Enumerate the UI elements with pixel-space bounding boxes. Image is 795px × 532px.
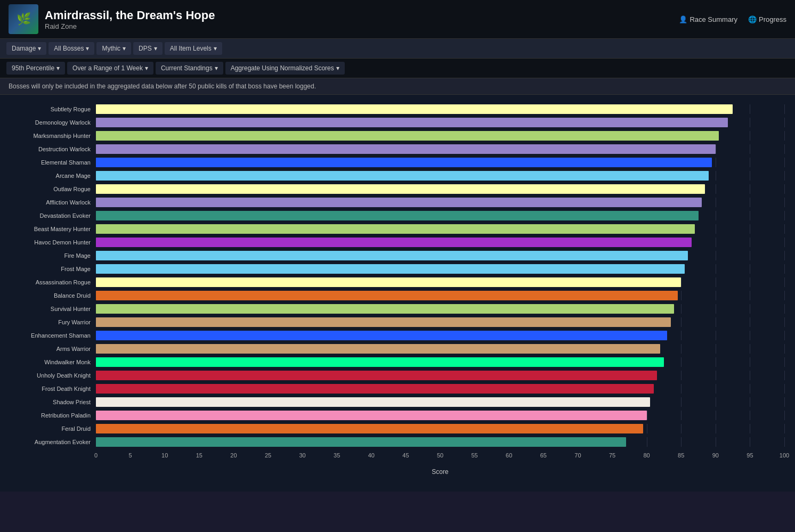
bar[interactable] [96, 224, 695, 234]
chart-container: Subtlety RogueDemonology WarlockMarksman… [0, 95, 795, 492]
x-tick-label: 35 [334, 452, 340, 459]
bar[interactable] [96, 291, 678, 300]
chevron-down-icon: ▾ [145, 64, 148, 72]
table-row: Havoc Demon Hunter [11, 236, 784, 248]
info-bar: Bosses will only be included in the aggr… [0, 78, 795, 95]
table-row: Fury Warrior [11, 316, 784, 328]
x-tick-label: 30 [299, 452, 305, 459]
table-row: Outlaw Rogue [11, 183, 784, 195]
x-tick-label: 5 [129, 452, 132, 459]
bar[interactable] [96, 411, 647, 420]
bar-label: Assassination Rogue [11, 279, 96, 285]
bar-label: Demonology Warlock [11, 119, 96, 126]
table-row: Windwalker Monk [11, 356, 784, 368]
bar-area [96, 238, 784, 247]
bar[interactable] [96, 344, 660, 354]
progress-link[interactable]: 🌐 Progress [748, 15, 786, 23]
bar[interactable] [96, 118, 728, 127]
bar-area [96, 131, 784, 141]
bar[interactable] [96, 251, 688, 260]
table-row: Elemental Shaman [11, 157, 784, 168]
bar-label: Devastation Evoker [11, 212, 96, 219]
x-tick-label: 60 [506, 452, 512, 459]
bar-area [96, 291, 784, 300]
bar[interactable] [96, 317, 671, 327]
bar-label: Frost Death Knight [11, 386, 96, 392]
x-tick-label: 50 [437, 452, 443, 459]
bar-label: Balance Druid [11, 292, 96, 299]
table-row: Devastation Evoker [11, 210, 784, 222]
x-tick-label: 10 [161, 452, 168, 459]
chevron-down-icon: ▾ [56, 64, 60, 72]
bar-area [96, 264, 784, 274]
bars-wrapper: Subtlety RogueDemonology WarlockMarksman… [11, 103, 784, 448]
table-row: Arcane Mage [11, 170, 784, 182]
bar-label: Arcane Mage [11, 173, 96, 179]
bar[interactable] [96, 198, 702, 207]
bar[interactable] [96, 171, 709, 181]
race-summary-link[interactable]: 👤 Race Summary [679, 15, 737, 23]
bar-label: Retribution Paladin [11, 412, 96, 419]
table-row: Subtlety Rogue [11, 103, 784, 115]
table-row: Marksmanship Hunter [11, 130, 784, 142]
bar-area [96, 317, 784, 327]
table-row: Affliction Warlock [11, 197, 784, 208]
bar-label: Arms Warrior [11, 346, 96, 352]
nav-standings[interactable]: Current Standings ▾ [156, 62, 223, 75]
bar[interactable] [96, 238, 692, 247]
bar[interactable] [96, 384, 654, 394]
nav-range[interactable]: Over a Range of 1 Week ▾ [67, 62, 153, 75]
bar-area [96, 184, 784, 194]
bar-area [96, 118, 784, 127]
bar[interactable] [96, 158, 712, 167]
table-row: Assassination Rogue [11, 276, 784, 288]
nav-dps[interactable]: DPS ▾ [133, 42, 163, 55]
x-axis: 0510152025303540455055606570758085909510… [96, 450, 784, 466]
bar-area [96, 304, 784, 314]
bar[interactable] [96, 184, 705, 194]
bar-label: Havoc Demon Hunter [11, 239, 96, 245]
bar[interactable] [96, 437, 626, 447]
bar[interactable] [96, 424, 643, 433]
nav-item-levels[interactable]: All Item Levels ▾ [165, 42, 222, 55]
secondary-nav: 95th Percentile ▾ Over a Range of 1 Week… [0, 59, 795, 78]
bar[interactable] [96, 331, 667, 340]
table-row: Augmentation Evoker [11, 436, 784, 448]
bar[interactable] [96, 144, 716, 154]
bar[interactable] [96, 211, 699, 220]
page-title: Amirdrassil, the Dream's Hope [45, 9, 215, 22]
bar-area [96, 411, 784, 420]
nav-all-bosses[interactable]: All Bosses ▾ [48, 42, 94, 55]
header-left: 🌿 Amirdrassil, the Dream's Hope Raid Zon… [9, 4, 215, 34]
bar-area [96, 357, 784, 367]
bar[interactable] [96, 357, 664, 367]
bar-area [96, 171, 784, 181]
bar[interactable] [96, 264, 685, 274]
chevron-down-icon: ▾ [214, 45, 217, 52]
bar[interactable] [96, 397, 650, 407]
nav-aggregate[interactable]: Aggregate Using Normalized Scores ▾ [225, 62, 345, 75]
bar-label: Frost Mage [11, 266, 96, 272]
nav-percentile[interactable]: 95th Percentile ▾ [6, 62, 65, 75]
bar[interactable] [96, 104, 733, 114]
x-tick-label: 45 [402, 452, 409, 459]
bar-area [96, 251, 784, 260]
bar[interactable] [96, 304, 674, 314]
bar[interactable] [96, 277, 681, 287]
bar[interactable] [96, 131, 719, 141]
chevron-down-icon: ▾ [38, 45, 41, 52]
chart-inner: Subtlety RogueDemonology WarlockMarksman… [11, 103, 784, 476]
bar-label: Fire Mage [11, 252, 96, 259]
bar-label: Outlaw Rogue [11, 186, 96, 192]
table-row: Beast Mastery Hunter [11, 223, 784, 235]
x-tick-label: 100 [780, 452, 789, 459]
bar-area [96, 144, 784, 154]
bar-label: Feral Druid [11, 425, 96, 432]
table-row: Unholy Death Knight [11, 370, 784, 381]
nav-damage[interactable]: Damage ▾ [6, 42, 46, 55]
bar-label: Augmentation Evoker [11, 439, 96, 445]
table-row: Retribution Paladin [11, 410, 784, 421]
globe-icon: 🌐 [748, 15, 757, 23]
bar[interactable] [96, 371, 657, 380]
nav-mythic[interactable]: Mythic ▾ [96, 42, 131, 55]
